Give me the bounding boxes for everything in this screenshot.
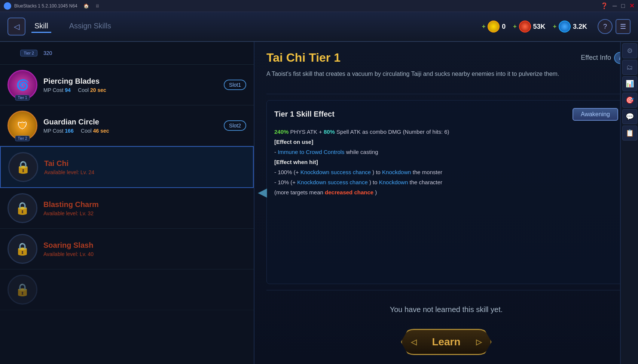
guardian-circle-tier: Tier 2 — [15, 136, 30, 141]
sidebar-icon-4[interactable]: 🎯 — [622, 93, 637, 108]
titlebar: BlueStacks 1 5.2.100.1045 N64 🏠 🖥 ❓ ─ □ … — [0, 0, 638, 12]
right-sidebar: ⚙ 🗂 📊 🎯 💬 📋 — [620, 42, 638, 364]
tier2-partial-item[interactable]: Tier 2 320 — [0, 42, 254, 65]
more-skill-lock-icon: 🔒 — [7, 275, 37, 305]
back-button[interactable] — [7, 18, 25, 36]
effect-kd1-suffix: the monster — [413, 169, 442, 175]
topnav: Skill Assign Skills + 0 + 53K + 3.2K ? ☰ — [0, 12, 638, 42]
effect-immune-text: Immune to Crowd Controls — [278, 149, 344, 155]
tab-skill[interactable]: Skill — [31, 20, 51, 33]
sidebar-icon-1[interactable]: ⚙ — [622, 43, 637, 58]
skill-title-row: Tai Chi Tier 1 Effect Info i — [266, 51, 626, 65]
screen-icon[interactable]: 🖥 — [95, 3, 100, 9]
close-btn[interactable]: ✕ — [629, 2, 634, 9]
tai-chi-info: Tai Chi Available level: Lv. 24 — [44, 159, 245, 175]
minimize-btn[interactable]: ─ — [613, 3, 617, 9]
tai-chi-icon-wrap: 🔒 — [8, 152, 38, 182]
effect-line-3: - Immune to Crowd Controls while casting — [274, 147, 618, 157]
divider-2 — [266, 290, 626, 290]
maximize-btn[interactable]: □ — [621, 3, 625, 9]
awakening-button[interactable]: Awakening — [573, 108, 618, 121]
sidebar-icon-2[interactable]: 🗂 — [622, 60, 637, 75]
sidebar-icon-5[interactable]: 💬 — [622, 109, 637, 124]
question-button[interactable]: ? — [598, 19, 613, 34]
effect-phys-text: PHYS ATK + — [290, 129, 324, 135]
piercing-blades-slot[interactable]: Slot1 — [224, 80, 246, 90]
guardian-circle-stats: MP Cost 166 Cool 46 sec — [43, 128, 218, 134]
gold-plus: + — [482, 23, 485, 30]
skill-item-guardian-circle[interactable]: 🛡 Tier 2 Guardian Circle MP Cost 166 Coo… — [0, 105, 254, 146]
effect-kd2-suffix: the character — [409, 179, 442, 185]
effect-kd1-prefix: - 100% (+ — [274, 169, 300, 175]
guardian-circle-cooldown: 46 sec — [93, 128, 109, 134]
effect-header-row: Tier 1 Skill Effect Awakening — [274, 108, 618, 121]
blasting-charm-info: Blasting Charm Available level: Lv. 32 — [43, 200, 246, 216]
window-controls: ❓ ─ □ ✕ — [601, 2, 634, 9]
effect-immune-suffix: while casting — [346, 149, 378, 155]
piercing-blades-stats: MP Cost 94 Cool 20 sec — [43, 87, 218, 93]
piercing-blades-tier: Tier 1 — [15, 95, 30, 101]
tai-chi-lock-icon: 🔒 — [8, 152, 38, 182]
bluestacks-logo — [4, 2, 11, 10]
effect-line-2: [Effect on use] — [274, 137, 618, 147]
main-layout: Tier 2 320 🌀 Tier 1 Piercing Blades MP C… — [0, 42, 638, 364]
effect-phys-pct: 240% — [274, 129, 289, 135]
guardian-circle-info: Guardian Circle MP Cost 166 Cool 46 sec — [43, 118, 218, 134]
skill-item-tai-chi[interactable]: 🔒 Tai Chi Available level: Lv. 24 — [0, 146, 254, 188]
effect-kd1-chance: Knockdown success chance — [300, 169, 371, 175]
ruby-icon — [519, 21, 531, 33]
tab-assign-skills[interactable]: Assign Skills — [66, 20, 114, 33]
effect-section-title: Tier 1 Skill Effect — [274, 110, 335, 118]
learn-button[interactable]: Learn — [401, 329, 491, 355]
effect-more-targets-suffix: ) — [375, 189, 377, 195]
effect-info-label: Effect Info — [581, 54, 611, 62]
guardian-circle-slot[interactable]: Slot2 — [224, 120, 246, 131]
gold-icon — [488, 21, 500, 33]
effect-kd1-knockdown: Knockdown — [382, 169, 411, 175]
effect-on-use-label: [Effect on use] — [274, 139, 313, 145]
help-icon[interactable]: ❓ — [601, 2, 608, 9]
skill-item-blasting-charm[interactable]: 🔒 Blasting Charm Available level: Lv. 32 — [0, 188, 254, 229]
crystal-currency: + 3.2K — [553, 21, 587, 33]
currency-group: + 0 + 53K + 3.2K — [482, 21, 587, 33]
skill-item-soaring-slash[interactable]: 🔒 Soaring Slash Available level: Lv. 40 — [0, 229, 254, 269]
gold-value: 0 — [502, 23, 506, 31]
not-learned-text: You have not learned this skill yet. — [266, 305, 626, 314]
ruby-value: 53K — [533, 23, 546, 31]
skill-detail-title: Tai Chi Tier 1 — [266, 51, 341, 65]
piercing-blades-info: Piercing Blades MP Cost 94 Cool 20 sec — [43, 77, 218, 93]
effect-decreased-chance: decreased chance — [325, 189, 373, 195]
effect-info-button[interactable]: Effect Info i — [581, 52, 626, 64]
soaring-slash-name: Soaring Slash — [43, 241, 246, 250]
skill-item-piercing-blades[interactable]: 🌀 Tier 1 Piercing Blades MP Cost 94 Cool… — [0, 65, 254, 105]
effect-line-7: (more targets mean decreased chance ) — [274, 187, 618, 197]
crystal-icon — [559, 21, 571, 33]
blasting-charm-level-req: Available level: Lv. 32 — [43, 210, 246, 216]
guardian-circle-name: Guardian Circle — [43, 118, 218, 126]
skill-item-more[interactable]: 🔒 — [0, 269, 254, 310]
effect-line-6: - 10% (+ Knockdown success chance ) to K… — [274, 177, 618, 187]
gold-currency: + 0 — [482, 21, 506, 33]
prev-effect-arrow[interactable]: ◀ — [258, 185, 267, 199]
ruby-currency: + 53K — [513, 21, 545, 33]
learn-button-wrap: Learn — [266, 329, 626, 355]
tai-chi-level-req: Available level: Lv. 24 — [44, 169, 245, 175]
piercing-blades-icon-wrap: 🌀 Tier 1 — [7, 70, 37, 100]
effect-spell-text: Spell ATK as combo DMG (Number of hits: … — [336, 129, 449, 135]
guardian-circle-mp: 166 — [65, 128, 73, 134]
menu-button[interactable]: ☰ — [616, 19, 631, 34]
effect-kd1-mid: ) to — [372, 169, 382, 175]
effect-when-hit-label: [Effect when hit] — [274, 159, 318, 165]
sidebar-icon-3[interactable]: 📊 — [622, 76, 637, 91]
effect-line-4: [Effect when hit] — [274, 157, 618, 167]
effect-line-5: - 100% (+ Knockdown success chance ) to … — [274, 167, 618, 177]
home-icon[interactable]: 🏠 — [83, 3, 89, 9]
skill-description: A Taoist's fist skill that creates a vac… — [266, 69, 626, 79]
divider-1 — [266, 94, 626, 94]
effect-section: ◀ ▶ Tier 1 Skill Effect Awakening 240% P… — [266, 100, 626, 284]
soaring-slash-info: Soaring Slash Available level: Lv. 40 — [43, 241, 246, 257]
more-skill-icon-wrap: 🔒 — [7, 275, 37, 305]
soaring-slash-icon-wrap: 🔒 — [7, 234, 37, 264]
piercing-blades-mp: 94 — [65, 87, 71, 93]
sidebar-icon-6[interactable]: 📋 — [622, 126, 637, 141]
